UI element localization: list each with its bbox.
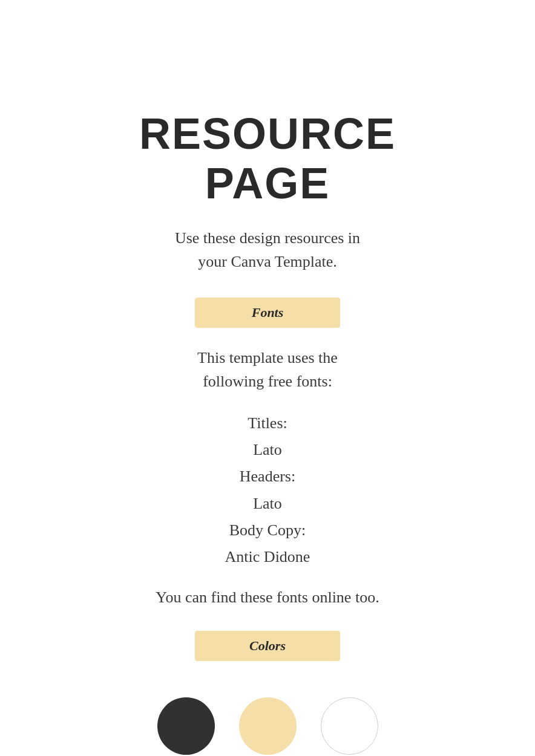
headers-label: Headers: [240, 463, 295, 490]
headers-font: Lato [253, 490, 282, 517]
colors-badge: Colors [195, 631, 340, 661]
color-item-cream: #F6DEA8 [239, 697, 297, 756]
fonts-outro: You can find these fonts online too. [156, 588, 379, 607]
body-copy-font: Antic Didone [225, 544, 310, 570]
color-swatch-dark [157, 697, 215, 755]
fonts-intro: This template uses thefollowing free fon… [197, 346, 338, 393]
color-item-dark: #323131 [157, 697, 215, 756]
page-container: RESOURCE PAGE Use these design resources… [0, 0, 535, 756]
color-swatch-white [321, 697, 378, 755]
color-swatch-cream [239, 697, 297, 755]
color-item-white: #FFFFFF [321, 697, 378, 756]
color-swatches: #323131 #F6DEA8 #FFFFFF [157, 697, 378, 756]
fonts-badge: Fonts [195, 298, 340, 328]
font-list: Titles: Lato Headers: Lato Body Copy: An… [225, 410, 310, 570]
colors-section: Colors #323131 #F6DEA8 #FFFFFF [73, 631, 462, 756]
titles-font: Lato [253, 437, 282, 463]
titles-label: Titles: [248, 410, 287, 437]
subtitle: Use these design resources inyour Canva … [175, 226, 360, 273]
body-copy-label: Body Copy: [229, 517, 306, 544]
page-title: RESOURCE PAGE [73, 109, 462, 208]
